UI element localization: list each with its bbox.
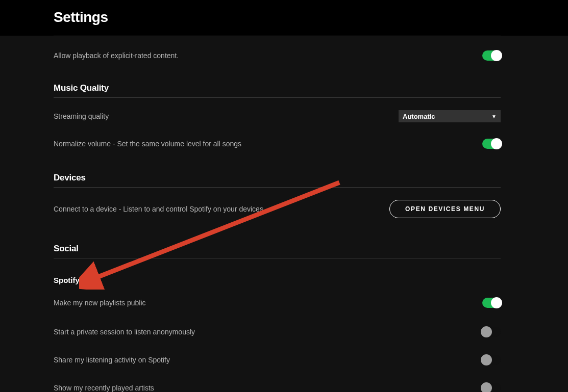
toggle-knob-icon bbox=[491, 297, 502, 308]
open-devices-menu-button[interactable]: OPEN DEVICES MENU bbox=[389, 200, 501, 218]
streaming-quality-label: Streaming quality bbox=[54, 112, 109, 120]
explicit-content-row: Allow playback of explicit-rated content… bbox=[54, 36, 501, 68]
private-session-label: Start a private session to listen anonym… bbox=[54, 328, 195, 336]
recent-artists-row: Show my recently played artists bbox=[54, 374, 501, 392]
playlists-public-toggle[interactable] bbox=[482, 298, 501, 308]
streaming-quality-row: Streaming quality Automatic ▼ bbox=[54, 98, 501, 129]
playlists-public-label: Make my new playlists public bbox=[54, 299, 146, 307]
explicit-content-toggle[interactable] bbox=[482, 50, 501, 61]
streaming-quality-select[interactable]: Automatic ▼ bbox=[399, 110, 501, 122]
music-quality-heading: Music Quality bbox=[54, 68, 501, 98]
devices-heading: Devices bbox=[54, 158, 501, 188]
private-session-row: Start a private session to listen anonym… bbox=[54, 318, 501, 346]
toggle-knob-icon bbox=[481, 354, 492, 365]
page-title: Settings bbox=[54, 9, 568, 25]
connect-device-row: Connect to a device - Listen to and cont… bbox=[54, 188, 501, 225]
header: Settings bbox=[0, 0, 568, 36]
toggle-knob-icon bbox=[491, 50, 502, 61]
normalize-volume-row: Normalize volume - Set the same volume l… bbox=[54, 129, 501, 158]
explicit-content-label: Allow playback of explicit-rated content… bbox=[54, 51, 179, 60]
toggle-knob-icon bbox=[481, 326, 492, 337]
spotify-subheading: Spotify bbox=[54, 258, 514, 290]
settings-content: Allow playback of explicit-rated content… bbox=[0, 36, 568, 392]
share-activity-row: Share my listening activity on Spotify bbox=[54, 346, 501, 374]
toggle-knob-icon bbox=[481, 382, 492, 393]
recent-artists-label: Show my recently played artists bbox=[54, 384, 154, 392]
playlists-public-row: Make my new playlists public bbox=[54, 290, 501, 318]
share-activity-toggle[interactable] bbox=[482, 355, 501, 365]
streaming-quality-value: Automatic bbox=[403, 113, 435, 120]
recent-artists-toggle[interactable] bbox=[482, 383, 501, 393]
share-activity-label: Share my listening activity on Spotify bbox=[54, 356, 170, 364]
normalize-volume-label: Normalize volume - Set the same volume l… bbox=[54, 140, 241, 148]
private-session-toggle[interactable] bbox=[482, 327, 501, 337]
social-heading: Social bbox=[54, 225, 501, 258]
normalize-volume-toggle[interactable] bbox=[482, 139, 501, 149]
toggle-knob-icon bbox=[491, 138, 502, 149]
connect-device-label: Connect to a device - Listen to and cont… bbox=[54, 205, 263, 213]
caret-down-icon: ▼ bbox=[491, 114, 497, 119]
